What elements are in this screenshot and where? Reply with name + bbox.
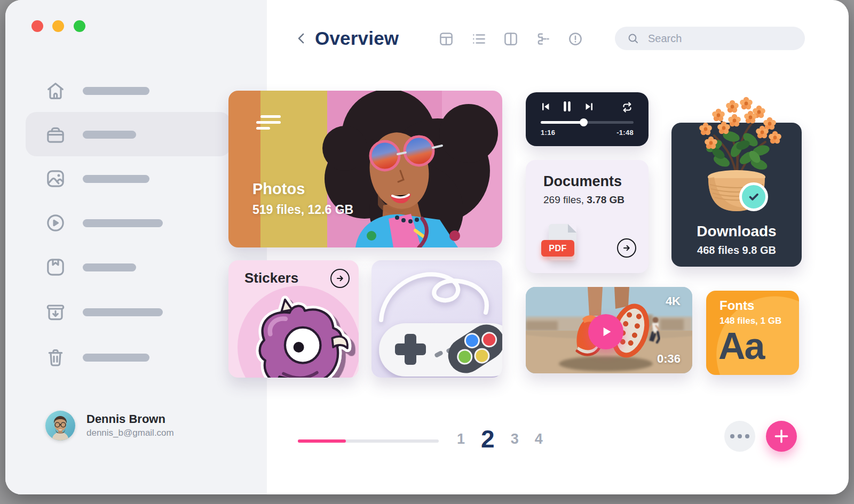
downloads-card[interactable]: Downloads 468 files 9.8 GB	[671, 123, 802, 267]
stickers-card[interactable]: Stickers	[228, 260, 359, 378]
sidebar-item-trash[interactable]	[5, 341, 267, 373]
list-view-button[interactable]	[471, 31, 487, 47]
back-button[interactable]	[294, 30, 310, 46]
page-2-button[interactable]: 2	[481, 425, 495, 453]
photos-image	[228, 91, 502, 247]
page-3-button[interactable]: 3	[511, 431, 519, 447]
games-card[interactable]	[371, 260, 502, 378]
chevron-left-icon	[294, 30, 310, 46]
sidebar-item-downloads[interactable]	[5, 296, 267, 328]
zoom-button[interactable]	[74, 20, 85, 32]
grid-view-button[interactable]	[438, 31, 454, 47]
documents-card[interactable]: Documents 269 files, 3.78 GB PDF	[526, 160, 649, 273]
close-button[interactable]	[31, 20, 43, 32]
stickers-title: Stickers	[244, 270, 298, 286]
trash-icon	[45, 347, 66, 368]
repeat-button[interactable]	[621, 101, 634, 114]
bookmark-box-icon	[45, 257, 66, 278]
arrow-right-icon	[334, 273, 346, 284]
more-options-button[interactable]	[724, 421, 755, 452]
elapsed-time: 1:16	[541, 129, 555, 137]
storage-box-icon	[45, 124, 66, 145]
video-card[interactable]: 4K 0:36	[526, 287, 692, 373]
plus-icon	[773, 428, 790, 445]
download-box-icon	[45, 301, 66, 323]
nav-label-placeholder	[83, 131, 136, 139]
play-icon	[598, 324, 614, 340]
alert-button[interactable]	[567, 31, 583, 47]
filter-icon[interactable]	[256, 115, 281, 130]
fonts-title: Fonts	[719, 298, 754, 313]
sync-complete-badge	[739, 182, 768, 211]
sidebar-item-photos[interactable]	[5, 163, 267, 195]
home-icon	[45, 80, 66, 101]
alert-circle-icon	[567, 31, 583, 47]
merge-flow-icon	[535, 31, 551, 47]
skip-back-button[interactable]	[540, 101, 551, 113]
add-button[interactable]	[766, 421, 797, 452]
photos-card[interactable]: Photos 519 files, 12.6 GB	[228, 91, 502, 247]
check-icon	[747, 190, 761, 204]
nav-label-placeholder	[83, 354, 149, 362]
photos-meta: 519 files, 12.6 GB	[252, 203, 353, 217]
nav-label-placeholder	[83, 263, 136, 271]
photos-title: Photos	[252, 180, 305, 198]
page-4-button[interactable]: 4	[535, 431, 543, 447]
page-title: Overview	[315, 28, 399, 49]
sidebar-item-storage[interactable]	[5, 118, 267, 150]
open-stickers-button[interactable]	[330, 269, 350, 288]
search-input[interactable]	[647, 32, 805, 45]
sidebar-item-home[interactable]	[5, 75, 267, 107]
avatar	[45, 411, 75, 441]
font-specimen: Aa	[718, 325, 764, 367]
game-controller-image	[371, 260, 502, 378]
pages-scroll-progress[interactable]	[298, 439, 439, 443]
playback-slider[interactable]	[541, 121, 634, 124]
video-play-button[interactable]	[588, 314, 623, 349]
documents-meta: 269 files, 3.78 GB	[543, 194, 624, 206]
nav-label-placeholder	[83, 87, 149, 95]
video-duration: 0:36	[657, 352, 681, 366]
slider-thumb[interactable]	[580, 118, 588, 126]
merge-view-button[interactable]	[535, 31, 551, 47]
nav-label-placeholder	[83, 219, 163, 227]
pagination: 1 2 3 4	[457, 424, 543, 454]
open-documents-button[interactable]	[617, 238, 636, 258]
skip-forward-button[interactable]	[583, 101, 595, 113]
pdf-badge: PDF	[541, 240, 574, 257]
video-quality-badge: 4K	[666, 294, 681, 308]
monster-sticker-image	[233, 291, 357, 378]
user-email: dennis_b@gmail.com	[86, 428, 174, 438]
downloads-meta: 468 files 9.8 GB	[671, 244, 802, 257]
pause-button[interactable]	[560, 99, 574, 114]
list-view-icon	[471, 31, 487, 47]
image-icon	[45, 168, 66, 189]
page-1-button[interactable]: 1	[457, 431, 465, 447]
arrow-right-icon	[621, 242, 632, 254]
column-view-button[interactable]	[503, 31, 519, 47]
documents-title: Documents	[543, 173, 622, 190]
music-player-card: 1:16 -1:48	[526, 92, 649, 146]
grid-view-icon	[438, 31, 454, 47]
fonts-card[interactable]: Fonts 148 files, 1 GB Aa	[706, 291, 799, 375]
ellipsis-icon	[730, 434, 734, 438]
search-bar[interactable]	[615, 27, 805, 50]
search-icon	[627, 32, 639, 45]
remaining-time: -1:48	[616, 129, 634, 137]
nav-label-placeholder	[83, 308, 163, 316]
user-name: Dennis Brown	[86, 412, 165, 426]
nav-label-placeholder	[83, 175, 149, 183]
play-circle-icon	[45, 212, 66, 234]
sidebar-item-media[interactable]	[5, 207, 267, 239]
sidebar-item-saved[interactable]	[5, 251, 267, 283]
sidebar: Dennis Brown dennis_b@gmail.com	[5, 0, 267, 494]
app-window: Dennis Brown dennis_b@gmail.com Overview	[5, 0, 849, 494]
column-view-icon	[503, 31, 519, 47]
minimize-button[interactable]	[52, 20, 64, 32]
user-profile[interactable]: Dennis Brown dennis_b@gmail.com	[45, 411, 248, 443]
downloads-title: Downloads	[671, 223, 802, 240]
